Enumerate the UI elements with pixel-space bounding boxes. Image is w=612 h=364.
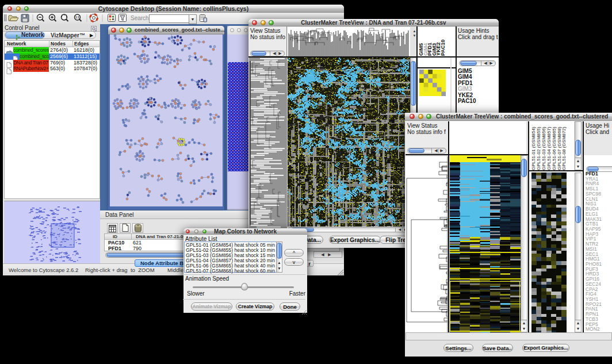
svg-text:1:1: 1:1	[75, 16, 79, 19]
